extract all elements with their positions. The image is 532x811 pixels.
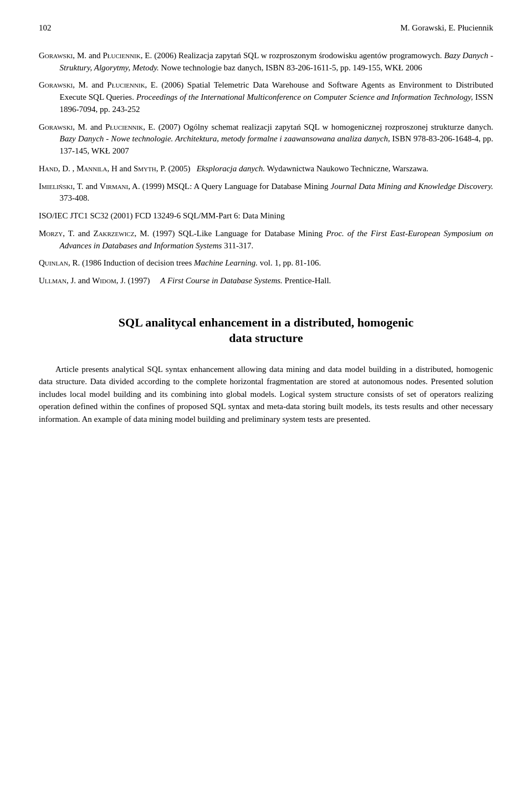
- reference-entry-1: Gorawski, M. and Płuciennik, E. (2006) R…: [39, 50, 493, 74]
- ref1-connector: and: [89, 51, 103, 60]
- ref4-author3: Smyth, P.: [134, 164, 166, 173]
- ref9-author2: Widom, J.: [92, 276, 126, 285]
- ref2-author1: Gorawski, M.: [39, 80, 88, 89]
- references-section: Gorawski, M. and Płuciennik, E. (2006) R…: [39, 50, 493, 287]
- ref4-year: (2005): [168, 164, 195, 173]
- ref6-year: (2001) FCD 13249-6 SQL/MM-Part 6: Data M…: [111, 211, 285, 220]
- section-title-line2: data structure: [39, 330, 493, 346]
- ref5-author2: Virmani, A.: [100, 182, 140, 191]
- ref4-author2: Mannila, H: [76, 164, 117, 173]
- ref3-author2: Płuciennik, E.: [105, 123, 155, 131]
- section-divider: SQL analitycal enhancement in a distribu…: [39, 315, 493, 346]
- section-title-line1: SQL analitycal enhancement in a distribu…: [39, 315, 493, 331]
- ref1-author1: Gorawski, M.: [39, 51, 86, 60]
- reference-entry-2: Gorawski, M. and Płuciennik, E. (2006) S…: [39, 79, 493, 115]
- ref2-author2: Płuciennik, E.: [107, 80, 157, 89]
- ref3-year: (2007) Ogólny schemat realizacji zapytań…: [158, 123, 493, 131]
- ref1-author2: Płuciennik, E.: [103, 51, 152, 60]
- ref9-year: (1997): [128, 276, 158, 285]
- section-title: SQL analitycal enhancement in a distribu…: [39, 315, 493, 346]
- ref7-author2: Zakrzewicz, M.: [93, 229, 149, 238]
- page-header: 102 M. Gorawski, E. Płuciennik: [39, 22, 493, 34]
- ref8-source: Machine Learning.: [194, 258, 258, 267]
- ref2-connector: and: [91, 80, 107, 89]
- ref5-connector: and: [85, 182, 100, 191]
- ref8-extra: vol. 1, pp. 81-106.: [260, 258, 321, 267]
- ref4-title: Eksploracja danych.: [197, 164, 265, 173]
- ref3-source: Bazy Danych - Nowe technologie. Architek…: [60, 134, 390, 143]
- ref1-year: (2006) Realizacja zapytań SQL w rozprosz…: [154, 51, 444, 60]
- ref7-extra: 311-317.: [224, 241, 253, 250]
- ref5-source: Journal Data Mining and Knowledge Discov…: [331, 182, 493, 191]
- ref5-extra: 373-408.: [60, 193, 90, 202]
- ref4-connector2: and: [120, 164, 134, 173]
- ref9-author1: Ullman, J.: [39, 276, 76, 285]
- abstract-text: Article presents analytical SQL syntax e…: [39, 363, 493, 426]
- ref7-connector: and: [78, 229, 94, 238]
- ref9-connector: and: [78, 276, 92, 285]
- ref1-extra: Nowe technologie baz danych, ISBN 83-206…: [161, 63, 422, 72]
- ref4-author1: Hand, D.: [39, 164, 70, 173]
- reference-entry-4: Hand, D. , Mannila, H and Smyth, P. (200…: [39, 163, 493, 175]
- reference-entry-9: Ullman, J. and Widom, J. (1997) A First …: [39, 275, 493, 287]
- reference-entry-8: Quinlan, R. (1986 Induction of decision …: [39, 257, 493, 269]
- reference-entry-6: ISO/IEC JTC1 SC32 (2001) FCD 13249-6 SQL…: [39, 210, 493, 222]
- reference-entry-7: Morzy, T. and Zakrzewicz, M. (1997) SQL-…: [39, 228, 493, 252]
- ref3-connector: and: [90, 123, 105, 131]
- ref7-author1: Morzy, T.: [39, 229, 75, 238]
- ref4-extra: Wydawnictwa Naukowo Techniczne, Warszawa…: [267, 164, 428, 173]
- ref7-year: (1997) SQL-Like Language for Database Mi…: [152, 229, 326, 238]
- ref8-year: (1986 Induction of decision trees: [82, 258, 194, 267]
- ref8-author1: Quinlan, R.: [39, 258, 80, 267]
- ref3-author1: Gorawski, M.: [39, 123, 88, 131]
- ref5-year: (1999) MSQL: A Query Language for Databa…: [142, 182, 331, 191]
- header-authors: M. Gorawski, E. Płuciennik: [401, 22, 493, 34]
- abstract-paragraph: Article presents analytical SQL syntax e…: [39, 363, 493, 426]
- ref6-label: ISO/IEC JTC1 SC32: [39, 211, 109, 220]
- ref9-title: A First Course in Database Systems.: [160, 276, 283, 285]
- ref5-author1: Imieliński, T.: [39, 182, 83, 191]
- page-number: 102: [39, 22, 52, 34]
- ref4-connector1: ,: [73, 164, 77, 173]
- ref9-extra: Prentice-Hall.: [285, 276, 331, 285]
- reference-entry-3: Gorawski, M. and Płuciennik, E. (2007) O…: [39, 121, 493, 157]
- ref2-source: Proceedings of the International Multico…: [136, 93, 473, 101]
- reference-entry-5: Imieliński, T. and Virmani, A. (1999) MS…: [39, 181, 493, 205]
